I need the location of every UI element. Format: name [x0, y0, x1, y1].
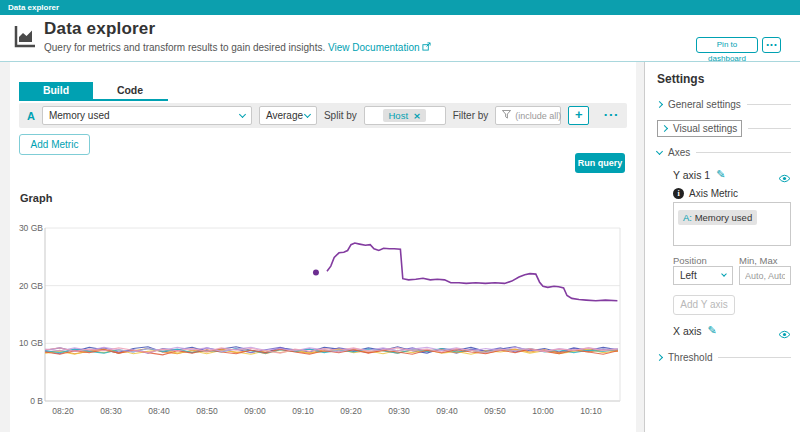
- split-by-chip[interactable]: Host ×: [383, 109, 426, 122]
- x-axis-row: X axis ✎: [673, 324, 717, 337]
- svg-text:09:50: 09:50: [484, 406, 506, 416]
- header-more-button[interactable]: ···: [762, 37, 781, 53]
- divider: [748, 128, 791, 129]
- split-by-field[interactable]: Host ×: [364, 106, 446, 125]
- aggregation-value: Average: [266, 110, 303, 121]
- add-filter-button[interactable]: +: [568, 106, 589, 125]
- divider: [747, 104, 791, 105]
- view-documentation-link[interactable]: View Documentation: [328, 42, 420, 53]
- svg-text:0 B: 0 B: [30, 396, 43, 406]
- axis-metric-box[interactable]: A: Memory used: [673, 202, 791, 246]
- metric-letter-badge: A: [27, 110, 35, 122]
- minmax-input[interactable]: [739, 266, 791, 285]
- chevron-right-icon: [656, 101, 663, 108]
- memory-used-line-chart: 0 B10 GB20 GB30 GB08:2008:3008:4008:5009…: [10, 195, 636, 432]
- page-header: Data explorer Query for metrics and tran…: [0, 15, 800, 62]
- funnel-icon: [502, 110, 511, 121]
- section-visual-settings[interactable]: Visual settings: [657, 120, 791, 137]
- x-axis-visibility-eye-icon[interactable]: [778, 325, 791, 343]
- svg-text:09:10: 09:10: [292, 406, 314, 416]
- split-by-label: Split by: [324, 110, 357, 121]
- y-axis-1-row: Y axis 1 ✎: [673, 168, 725, 181]
- page-subtitle: Query for metrics and transform results …: [44, 42, 431, 53]
- app-top-bar: Data explorer: [0, 0, 800, 15]
- svg-text:09:00: 09:00: [244, 406, 266, 416]
- add-y-axis-button-disabled[interactable]: Add Y axis: [673, 295, 735, 315]
- section-axes[interactable]: Axes: [657, 147, 791, 158]
- divider: [718, 357, 791, 358]
- tab-code[interactable]: Code: [93, 82, 167, 99]
- svg-text:09:30: 09:30: [388, 406, 410, 416]
- metric-query-row: A Memory used Average Split by Host × Fi…: [19, 103, 627, 128]
- svg-text:30 GB: 30 GB: [19, 223, 43, 233]
- axis-metric-label: Axis Metric: [689, 188, 738, 199]
- svg-text:08:50: 08:50: [196, 406, 218, 416]
- external-link-icon: [422, 42, 431, 53]
- svg-text:10:10: 10:10: [580, 406, 602, 416]
- metric-select[interactable]: Memory used: [42, 106, 252, 125]
- chevron-right-icon: [656, 354, 663, 361]
- svg-text:10 GB: 10 GB: [19, 338, 43, 348]
- y-axis-visibility-eye-icon[interactable]: [778, 169, 791, 187]
- metric-select-value: Memory used: [49, 110, 110, 121]
- svg-text:10:00: 10:00: [532, 406, 554, 416]
- chevron-down-icon: [656, 147, 663, 154]
- chevron-down-icon: [304, 110, 311, 117]
- edit-y-axis-icon[interactable]: ✎: [716, 168, 725, 181]
- info-icon: i: [673, 188, 684, 199]
- pin-to-dashboard-button[interactable]: Pin to dashboard: [696, 37, 758, 53]
- query-and-chart-panel: Build Code A Memory used Average Split b…: [10, 62, 636, 432]
- top-bar-title: Data explorer: [8, 3, 59, 12]
- position-select[interactable]: Left: [673, 266, 733, 285]
- builder-tabs: Build Code: [19, 82, 168, 101]
- section-general-settings[interactable]: General settings: [657, 99, 791, 110]
- add-metric-button[interactable]: Add Metric: [19, 134, 90, 155]
- svg-text:08:30: 08:30: [100, 406, 122, 416]
- visual-settings-focus[interactable]: Visual settings: [657, 120, 742, 137]
- section-threshold[interactable]: Threshold: [657, 352, 791, 363]
- chevron-right-icon: [661, 125, 668, 132]
- axis-metric-chip[interactable]: A: Memory used: [678, 210, 757, 225]
- chart-icon: [12, 24, 36, 52]
- position-label: Position: [673, 255, 707, 266]
- divider: [696, 152, 791, 153]
- filter-by-label: Filter by: [453, 110, 489, 121]
- query-row-more-button[interactable]: ···: [603, 109, 619, 122]
- svg-text:09:40: 09:40: [436, 406, 458, 416]
- svg-text:08:20: 08:20: [52, 406, 74, 416]
- run-query-button[interactable]: Run query: [575, 153, 625, 173]
- chevron-down-icon: [721, 271, 727, 277]
- minmax-label: Min, Max: [739, 255, 778, 266]
- filter-input[interactable]: [515, 111, 561, 121]
- chevron-down-icon: [239, 110, 246, 117]
- svg-text:08:40: 08:40: [148, 406, 170, 416]
- edit-x-axis-icon[interactable]: ✎: [708, 324, 717, 337]
- aggregation-select[interactable]: Average: [259, 106, 317, 125]
- tab-build[interactable]: Build: [19, 82, 93, 99]
- page-title: Data explorer: [44, 19, 155, 39]
- svg-text:20 GB: 20 GB: [19, 281, 43, 291]
- filter-by-field[interactable]: [495, 106, 561, 125]
- svg-text:09:20: 09:20: [340, 406, 362, 416]
- settings-title: Settings: [657, 72, 704, 86]
- settings-panel: Settings General settings Visual setting…: [644, 62, 800, 432]
- remove-chip-icon[interactable]: ×: [413, 110, 421, 121]
- axis-metric-row: i Axis Metric: [673, 188, 738, 199]
